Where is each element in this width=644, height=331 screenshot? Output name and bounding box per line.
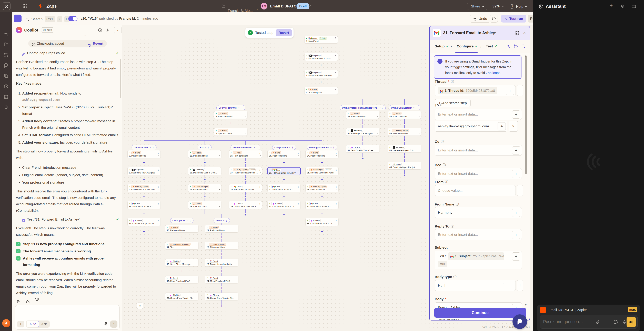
add-step-button[interactable]: + [220, 269, 223, 273]
screen-select-icon[interactable] [614, 320, 618, 324]
tool-call-row[interactable]: Update Zap Steps called✓ [18, 50, 119, 56]
branch-pill-b1[interactable]: ClickUp CMI⋮ [170, 218, 194, 223]
add-step-button[interactable]: + [282, 195, 286, 198]
chevron-down-icon[interactable] [298, 153, 299, 157]
attach-button[interactable]: + [17, 321, 24, 328]
zap-step-node-41[interactable]: ✓ClickUp⋮41. Test ClickUp Task Creation [346, 145, 379, 153]
add-step-button[interactable]: + [320, 195, 324, 198]
zap-step-node-39[interactable]: ✓Paths⋮39. Path conditions [346, 111, 379, 119]
zap-step-node-24[interactable]: ✓Gmail⋮24. Mark Email as READ [205, 276, 238, 283]
add-step-button[interactable]: + [320, 46, 323, 50]
search-fields-icon[interactable] [521, 44, 526, 48]
rail-folder-icon[interactable] [4, 42, 8, 47]
share-button[interactable]: Share [467, 3, 488, 10]
subject-value-chip[interactable]: 1. Subject:Your Zapier Pas...Was Succes [448, 252, 504, 260]
add-step-button[interactable]: + [403, 155, 406, 159]
add-step-button[interactable]: + [244, 213, 247, 217]
add-step-button[interactable]: + [320, 64, 323, 67]
thread-options-button[interactable]: ⋮ [517, 85, 523, 96]
zap-step-node-25[interactable]: ✓ClickUp⋮25. Create Error Task in ClickU… [205, 293, 238, 300]
zap-step-node-21[interactable]: ✓Paths⋮21. Path conditions [205, 225, 238, 233]
add-step-button[interactable]: + [320, 161, 324, 164]
zap-step-node-4[interactable]: ✓Paths⋮4. Split into paths [304, 87, 338, 95]
search-control[interactable]: Search Ctrl ⇧ F [25, 16, 69, 22]
add-step-button[interactable]: + [203, 195, 206, 198]
copilot-input[interactable]: + Auto Ask ↑ [15, 305, 120, 330]
branch-pill-p2[interactable]: Online Professional analysis form⋮ [340, 105, 386, 110]
body-type-select[interactable]: Html⌃⌄ [435, 280, 516, 291]
chevron-down-icon[interactable] [260, 153, 260, 157]
app-grid-icon[interactable] [23, 4, 26, 8]
tab-test[interactable]: Test✓ [486, 44, 497, 48]
rail-gridbox-icon[interactable] [4, 94, 8, 99]
rail-chat-icon[interactable] [4, 63, 8, 68]
add-step-button[interactable]: + [403, 174, 406, 177]
scroll-up-arrow[interactable]: ▲ [524, 55, 527, 58]
add-step-button[interactable]: + [220, 305, 223, 308]
chevron-down-icon[interactable] [418, 114, 420, 117]
remove-to-value-button[interactable]: × [509, 121, 518, 132]
add-step-button[interactable]: + [244, 178, 247, 181]
add-step-button[interactable]: + [180, 236, 184, 239]
tool-call-row[interactable]: Test "31. Forward Email to Ashley"✓ [18, 216, 119, 223]
radar-icon[interactable] [620, 4, 625, 9]
thumbs-up-icon[interactable] [25, 299, 30, 303]
mode-ask[interactable]: Ask [39, 321, 49, 327]
node-options-icon[interactable]: ⋮ [235, 294, 237, 296]
zap-step-node-32[interactable]: ✓Gmail⋮32. Mark Email as READ [268, 184, 301, 192]
branch-pill-d[interactable]: Comptabilité⋮ [272, 145, 296, 150]
tab-configure[interactable]: Configure✓ [457, 44, 478, 48]
more-options-icon[interactable]: ⋮ [207, 146, 210, 149]
paperclip-icon[interactable] [596, 320, 600, 324]
zap-step-node-10[interactable]: ✓Gmail⋮10. Mark Email as READ [128, 201, 161, 209]
zap-step-node-14[interactable]: ✓Filter by Zapier⋮14. Filter conditions [188, 184, 221, 192]
add-step-button[interactable]: + [180, 252, 184, 256]
add-step-button[interactable]: + [244, 195, 247, 198]
add-step-button[interactable]: + [142, 230, 146, 233]
close-panel-icon[interactable]: × [523, 30, 526, 35]
revert-link[interactable]: Revert [88, 40, 104, 47]
new-chat-icon[interactable]: + [610, 3, 613, 8]
add-step-button[interactable]: + [142, 195, 146, 198]
chevron-down-icon[interactable] [309, 4, 311, 7]
add-step-button[interactable]: + [203, 161, 206, 164]
home-button[interactable] [3, 2, 10, 10]
rail-sparkle-icon[interactable] [4, 31, 8, 36]
zap-step-node-36[interactable]: ✓Filter by Zapier⋮36. Filter conditions [306, 184, 338, 192]
zap-step-node-40[interactable]: ✓Perplexity⋮40. Building Code Analysis w… [346, 128, 379, 136]
chevron-down-icon[interactable] [219, 204, 220, 207]
zap-name[interactable]: Email DISPATCH [270, 4, 299, 8]
body-type-options-button[interactable]: ⋮ [517, 280, 523, 291]
node-options-icon[interactable]: ⋮ [297, 169, 299, 171]
add-step-button[interactable]: + [282, 178, 286, 181]
zap-step-node-19[interactable]: ✓Gmail⋮19. Mark Email as READ [165, 276, 198, 283]
more-options-icon[interactable]: ⋮ [416, 107, 418, 109]
zap-step-node-17[interactable]: ✓Formatter by Zapier⋮17. Text [165, 242, 198, 250]
zap-step-node-44[interactable]: ✓Perplexity⋮44. Generate Project Follow-… [388, 145, 421, 153]
thread-value-chip[interactable]: 1. Thread Id:199e5d4281872ca8 [438, 87, 497, 94]
zap-step-node-22[interactable]: ✓Filter by Zapier⋮22. Filter conditions [205, 242, 238, 250]
zap-step-node-7[interactable]: ✓Paths⋮7. Path conditions [128, 150, 161, 158]
ai-sparkle-icon[interactable] [506, 44, 510, 48]
gear-icon[interactable] [106, 28, 110, 32]
rail-db-icon[interactable] [4, 105, 8, 110]
add-step-button[interactable]: + [320, 230, 324, 233]
more-options-icon[interactable]: ⋮ [226, 219, 228, 222]
copy-icon[interactable] [16, 299, 21, 303]
thread-input[interactable]: 1. Thread Id:199e5d4281872ca8 + [435, 85, 516, 96]
assistant-input[interactable]: Posez une question… … [540, 315, 638, 329]
close-overlay-button[interactable]: × [137, 303, 143, 309]
more-options-icon[interactable]: … [604, 319, 608, 323]
chat-bubble-button[interactable] [512, 315, 527, 329]
panel-scrollbar[interactable] [525, 55, 527, 174]
zap-step-node-2[interactable]: ✓Perplexity⋮2. Analyze Email for Tasks/F… [304, 53, 338, 61]
add-step-button[interactable]: + [220, 252, 223, 256]
bcc-input[interactable]: Enter text or insert data...+ [435, 168, 522, 179]
reply-to-input[interactable]: Enter text or insert data...+ [435, 229, 522, 240]
more-options-icon[interactable]: ⋮ [241, 107, 243, 109]
insert-data-button[interactable]: + [512, 209, 520, 217]
node-options-icon[interactable]: ⋮ [258, 185, 261, 188]
node-options-icon[interactable]: ⋮ [334, 37, 336, 39]
node-options-icon[interactable]: ⋮ [157, 219, 160, 222]
node-options-icon[interactable]: ⋮ [235, 277, 237, 279]
